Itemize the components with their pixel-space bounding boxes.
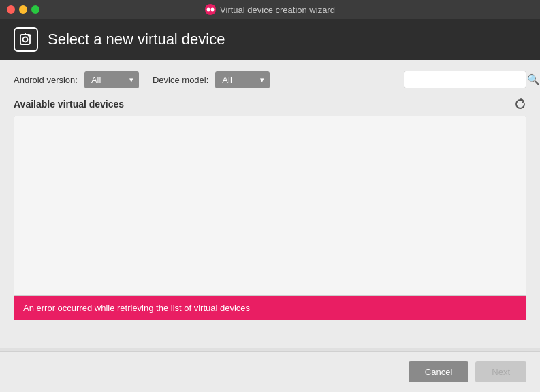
section-header: Available virtual devices xyxy=(14,98,526,110)
svg-point-0 xyxy=(207,8,210,12)
wizard-header: Select a new virtual device xyxy=(0,19,540,60)
android-version-select-wrapper[interactable]: All xyxy=(84,71,139,88)
error-message: An error occurred while retrieving the l… xyxy=(23,303,250,313)
page-title: Select a new virtual device xyxy=(48,31,225,48)
svg-point-1 xyxy=(211,8,215,12)
close-button[interactable] xyxy=(7,5,15,14)
device-list xyxy=(14,116,526,296)
window-controls[interactable] xyxy=(7,5,39,14)
filters-row: Android version: All Device model: All 🔍 xyxy=(14,71,526,88)
cancel-button[interactable]: Cancel xyxy=(409,361,468,382)
error-banner: An error occurred while retrieving the l… xyxy=(14,296,526,320)
title-bar-logo: Virtual device creation wizard xyxy=(205,4,335,15)
search-box[interactable]: 🔍 xyxy=(404,71,526,88)
search-icon: 🔍 xyxy=(527,74,540,86)
android-version-label: Android version: xyxy=(14,75,78,85)
available-devices-title: Available virtual devices xyxy=(14,99,124,110)
device-model-label: Device model: xyxy=(153,75,208,85)
device-model-select-wrapper[interactable]: All xyxy=(215,71,270,88)
title-bar: Virtual device creation wizard xyxy=(0,0,540,19)
next-button: Next xyxy=(475,361,526,382)
android-version-select[interactable]: All xyxy=(84,71,139,88)
svg-point-3 xyxy=(23,37,28,42)
header-icon xyxy=(14,27,38,52)
minimize-button[interactable] xyxy=(19,5,27,14)
window-title: Virtual device creation wizard xyxy=(220,5,335,15)
refresh-button[interactable] xyxy=(514,98,526,110)
device-model-select[interactable]: All xyxy=(215,71,270,88)
maximize-button[interactable] xyxy=(31,5,39,14)
app-logo-icon xyxy=(205,4,216,15)
footer: Cancel Next xyxy=(0,351,540,392)
search-input[interactable] xyxy=(410,75,524,85)
